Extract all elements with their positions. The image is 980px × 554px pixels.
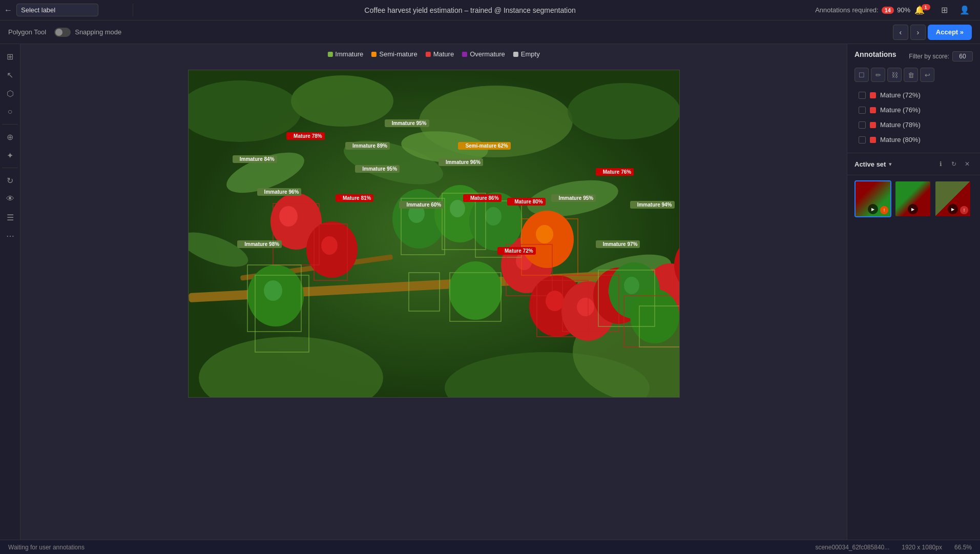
- anno-tool-pencil[interactable]: ✏: [871, 68, 885, 82]
- anno-label-4: Mature (80%): [880, 136, 921, 143]
- nav-arrows: ‹ › Accept »: [893, 25, 972, 40]
- bell-badge: 1: [922, 4, 930, 10]
- status-bar: Waiting for user annotations scene00034_…: [0, 540, 980, 554]
- annotations-section: Annotations Filter by score: ☐ ✏ ⛓ 🗑 ↩: [847, 44, 980, 153]
- anno-checkbox-4[interactable]: [859, 136, 866, 143]
- grid-button[interactable]: ⊞: [937, 3, 951, 17]
- legend-dot-overmature: [462, 52, 467, 57]
- prev-button[interactable]: ‹: [893, 25, 908, 40]
- top-bar-left: ←: [0, 4, 133, 16]
- legend-semimature: Semi-mature: [371, 50, 417, 58]
- sidebar-icon-rotate[interactable]: ↻: [2, 172, 18, 189]
- snapping-toggle-switch[interactable]: [54, 28, 71, 37]
- status-bar-right: scene00034_62fc085840... 1920 x 1080px 6…: [815, 544, 972, 551]
- sidebar-icon-pointer[interactable]: ↖: [2, 67, 18, 83]
- svg-point-34: [450, 200, 465, 217]
- anno-label-3: Mature (78%): [880, 121, 921, 129]
- svg-point-36: [485, 207, 502, 225]
- anno-tool-checkbox[interactable]: ☐: [854, 68, 869, 82]
- annotation-canvas[interactable]: Mature 78% Immature 84% Immature 89% Imm…: [188, 70, 680, 398]
- anno-tool-trash[interactable]: 🗑: [904, 68, 918, 82]
- top-bar-right: Annotations required: 14 90% 🔔 1 ⊞ 👤: [807, 3, 980, 17]
- svg-point-41: [624, 277, 639, 294]
- annotation-item-3[interactable]: Mature (78%): [854, 118, 973, 132]
- sidebar-icon-layers[interactable]: ⊞: [2, 48, 18, 65]
- progress-percentage: 90%: [897, 6, 910, 14]
- anno-color-1: [870, 92, 876, 98]
- active-set-info[interactable]: ℹ: [935, 158, 946, 170]
- svg-point-24: [546, 291, 564, 311]
- legend-mature: Mature: [426, 50, 454, 58]
- annotations-count-badge: 14: [882, 7, 894, 14]
- anno-color-2: [870, 107, 876, 113]
- annotation-list: Mature (72%) Mature (76%) Mature (78%) M…: [854, 88, 973, 147]
- annotations-title: Annotations: [854, 50, 896, 58]
- waiting-text: Waiting for user annotations: [8, 544, 85, 551]
- legend-empty: Empty: [513, 50, 540, 58]
- sidebar-icon-eye[interactable]: 👁: [2, 191, 18, 207]
- anno-tool-restore[interactable]: ↩: [920, 68, 934, 82]
- annotation-tools: ☐ ✏ ⛓ 🗑 ↩: [854, 68, 973, 82]
- accept-button[interactable]: Accept »: [928, 25, 972, 40]
- filter-by-score-label: Filter by score:: [909, 53, 949, 60]
- legend-dot-mature: [426, 52, 431, 57]
- thumb-badge-1: !: [880, 206, 888, 214]
- bell-button[interactable]: 🔔 1: [916, 3, 931, 17]
- main-layout: ⊞ ↖ ⬡ ○ ⊕ ✦ ↻ 👁 ☰ ⋯ Immature Semi-mature…: [0, 44, 980, 540]
- anno-color-3: [870, 122, 876, 128]
- sidebar-icon-tag[interactable]: ⊕: [2, 129, 18, 145]
- annotation-item-2[interactable]: Mature (76%): [854, 103, 973, 117]
- active-set-chevron[interactable]: ▾: [889, 161, 892, 168]
- secondary-toolbar: Polygon Tool Snapping mode ‹ › Accept »: [0, 20, 980, 44]
- svg-point-44: [536, 225, 553, 243]
- legend-dot-empty: [513, 52, 518, 57]
- toggle-knob: [55, 29, 62, 36]
- canvas-area[interactable]: Immature Semi-mature Mature Overmature E…: [20, 44, 847, 540]
- anno-checkbox-1[interactable]: [859, 92, 866, 99]
- page-title: Coffee harvest yield estimation – traine…: [133, 6, 807, 14]
- svg-point-26: [577, 298, 594, 316]
- legend-overmature: Overmature: [462, 50, 505, 58]
- sidebar-icon-more[interactable]: ⋯: [2, 228, 18, 244]
- thumbnail-1[interactable]: ▶ !: [854, 180, 891, 217]
- active-set-refresh[interactable]: ↻: [948, 158, 960, 170]
- sidebar-divider-1: [2, 124, 18, 125]
- active-set-actions: ℹ ↻ ✕: [935, 158, 973, 170]
- sidebar-icon-list[interactable]: ☰: [2, 209, 18, 225]
- legend-bar: Immature Semi-mature Mature Overmature E…: [327, 50, 539, 58]
- legend-dot-immature: [327, 52, 332, 57]
- filter-group: Filter by score:: [909, 51, 973, 61]
- svg-point-20: [321, 236, 338, 255]
- thumb-badge-3: !: [960, 206, 968, 214]
- sidebar-divider-2: [2, 168, 18, 168]
- annotations-required: Annotations required: 14 90%: [815, 6, 910, 14]
- svg-point-4: [568, 83, 680, 139]
- annotation-item-4[interactable]: Mature (80%): [854, 133, 973, 147]
- next-button[interactable]: ›: [910, 25, 926, 40]
- anno-label-2: Mature (76%): [880, 106, 921, 114]
- thumbnail-2[interactable]: ▶: [894, 180, 931, 217]
- user-button[interactable]: 👤: [957, 3, 972, 17]
- resolution: 1920 x 1080px: [902, 544, 942, 551]
- canvas-svg: [189, 70, 680, 398]
- anno-checkbox-2[interactable]: [859, 107, 866, 114]
- sidebar-icon-circle[interactable]: ○: [2, 104, 18, 120]
- back-button[interactable]: ←: [4, 6, 12, 15]
- anno-tool-link[interactable]: ⛓: [887, 68, 902, 82]
- thumbnail-3[interactable]: ▶ !: [934, 180, 971, 217]
- anno-color-4: [870, 137, 876, 143]
- select-label-input[interactable]: [16, 4, 98, 16]
- zoom-level: 66.5%: [954, 544, 972, 551]
- anno-checkbox-3[interactable]: [859, 121, 866, 129]
- top-bar: ← Coffee harvest yield estimation – trai…: [0, 0, 980, 20]
- sidebar-icon-magic[interactable]: ✦: [2, 147, 18, 163]
- svg-point-18: [279, 206, 298, 227]
- active-set-collapse[interactable]: ✕: [962, 158, 973, 170]
- thumb-play-2: ▶: [908, 204, 918, 214]
- snapping-mode-toggle[interactable]: Snapping mode: [54, 28, 121, 37]
- sidebar-icon-polygon[interactable]: ⬡: [2, 85, 18, 101]
- active-set-header: Active set ▾ ℹ ↻ ✕: [847, 153, 980, 175]
- annotation-item-1[interactable]: Mature (72%): [854, 88, 973, 102]
- filter-score-input[interactable]: [952, 51, 973, 61]
- thumb-play-3: ▶: [948, 204, 958, 214]
